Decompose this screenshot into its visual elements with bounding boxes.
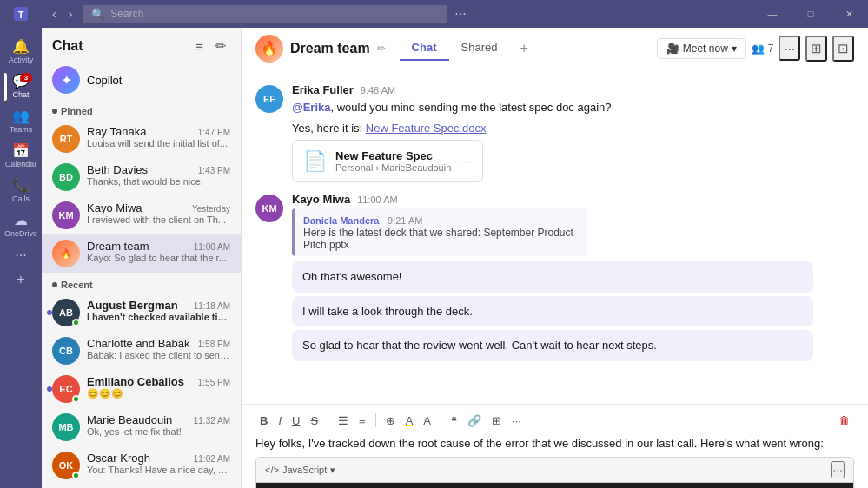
back-button[interactable]: ‹	[47, 5, 62, 23]
underline-button[interactable]: U	[288, 412, 304, 430]
chat-item-name-dream: Dream team	[87, 240, 149, 253]
compose-body[interactable]: Hey folks, I've tracked down the root ca…	[255, 435, 854, 488]
nav-item-chat[interactable]: 💬3Chat	[4, 69, 37, 104]
avatar-beth: BD	[52, 163, 80, 191]
msg-body-2: Kayo Miwa 11:00 AM Daniela Mandera 9:21 …	[292, 193, 854, 361]
chat-item-oscar[interactable]: OK Oscar Krogh 11:02 AM You: Thanks! Hav…	[42, 446, 241, 485]
nav-label-calls: Calls	[12, 195, 30, 203]
nav-badge-chat: 3	[20, 73, 32, 82]
nav-item-calls[interactable]: 📞Calls	[4, 174, 37, 208]
chat-panel-actions: ≡ ✏	[192, 36, 230, 56]
nav-item-onedrive[interactable]: ☁OneDrive	[4, 208, 37, 243]
nav-icon-calls: 📞	[12, 179, 30, 193]
add-tab-button[interactable]: +	[516, 37, 531, 60]
participants-icon: 👥	[752, 43, 765, 55]
window-controls: — □ ✕	[753, 0, 868, 28]
file-more-button-1[interactable]: ···	[462, 155, 472, 168]
toolbar-more-button[interactable]: ···	[507, 412, 526, 430]
nav-item-teams[interactable]: 👥Teams	[4, 104, 37, 139]
nav-more[interactable]: ···	[4, 243, 37, 267]
minimize-button[interactable]: —	[753, 0, 792, 28]
numbering-button[interactable]: ≡	[354, 412, 370, 430]
code-block-wrapper: </> JavaScript ▾ ··· 1 // Fast compile f…	[255, 457, 854, 488]
forward-button[interactable]: ›	[63, 5, 78, 23]
msg-avatar-1: EF	[255, 85, 283, 113]
chat-item-time-emi: 1:55 PM	[198, 378, 230, 387]
section-recent-label: Recent	[42, 273, 241, 293]
quoted-message: Daniela Mandera 9:21 AM Here is the late…	[292, 208, 587, 256]
msg-bubble-text-0: Oh that's awesome!	[302, 268, 803, 286]
msg-sender-2: Kayo Miwa	[292, 193, 350, 206]
file-icon-1: 📄	[303, 150, 327, 173]
bold-button[interactable]: B	[255, 412, 272, 430]
search-bar[interactable]: 🔍	[83, 5, 447, 23]
msg-bubble-2: So glad to hear that the review went wel…	[292, 330, 813, 361]
channel-tabs: ChatShared	[400, 36, 510, 61]
more-options-button[interactable]: ···	[447, 6, 473, 22]
highlight-button[interactable]: A	[401, 412, 418, 430]
italic-button[interactable]: I	[274, 412, 286, 430]
status-oscar	[72, 472, 80, 479]
chat-item-char[interactable]: CB Charlotte and Babak 1:58 PM Babak: I …	[42, 332, 241, 370]
chat-item-header-beth: Beth Davies 1:43 PM	[87, 163, 230, 176]
chat-item-name-aug: August Bergman	[87, 299, 178, 312]
chat-item-ray[interactable]: RT Ray Tanaka 1:47 PM Louisa will send t…	[42, 120, 241, 158]
nav-add[interactable]: +	[4, 267, 37, 292]
chat-item-mkt[interactable]: MT Marketing team sync 10:43 AM Kayo: So…	[42, 485, 241, 488]
fontsize-button[interactable]: A	[419, 412, 435, 430]
chat-item-beth[interactable]: BD Beth Davies 1:43 PM Thanks, that woul…	[42, 158, 241, 196]
msg-avatar-2: KM	[255, 195, 283, 222]
msg-header-2: Kayo Miwa 11:00 AM	[292, 193, 854, 206]
tab-shared[interactable]: Shared	[449, 36, 510, 61]
nav-icon-activity: 🔔	[12, 40, 30, 54]
close-button[interactable]: ✕	[830, 0, 868, 28]
table-button[interactable]: ⊞	[487, 412, 506, 430]
toolbar-separator-1	[328, 413, 328, 427]
status-emi	[72, 395, 80, 403]
insert-button[interactable]: ⊕	[381, 412, 400, 430]
search-icon: 🔍	[91, 8, 105, 21]
meet-now-icon: 🎥	[666, 43, 679, 55]
delete-button[interactable]: 🗑	[834, 412, 854, 430]
nav-item-activity[interactable]: 🔔Activity	[4, 35, 37, 69]
meet-now-chevron: ▾	[732, 43, 737, 55]
nav-item-calendar[interactable]: 📅Calendar	[4, 139, 37, 174]
chat-item-name-marie: Marie Beaudouin	[87, 413, 172, 426]
chat-item-name-ray: Ray Tanaka	[87, 125, 146, 138]
tab-chat[interactable]: Chat	[400, 36, 449, 61]
toolbar-separator-3	[441, 413, 441, 427]
chat-item-content-beth: Beth Davies 1:43 PM Thanks, that would b…	[87, 163, 230, 187]
chat-item-aug[interactable]: AB August Bergman 11:18 AM I haven't che…	[42, 293, 241, 332]
new-chat-button[interactable]: ✏	[212, 36, 230, 56]
channel-edit-icon[interactable]: ✏	[377, 43, 386, 55]
maximize-button[interactable]: □	[792, 0, 830, 28]
copilot-item[interactable]: ✦ Copilot	[42, 61, 241, 99]
file-link[interactable]: New Feature Spec.docx	[366, 122, 487, 135]
chat-item-dream[interactable]: 🔥 Dream team 11:00 AM Kayo: So glad to h…	[42, 234, 241, 273]
quote-button[interactable]: ❝	[447, 412, 461, 430]
status-aug	[72, 319, 80, 326]
search-input[interactable]	[110, 8, 439, 20]
code-more-button[interactable]: ···	[831, 461, 845, 478]
quoted-header: Daniela Mandera 9:21 AM	[303, 214, 579, 227]
chat-item-preview-beth: Thanks, that would be nice.	[87, 176, 230, 187]
quoted-sender: Daniela Mandera	[303, 215, 379, 226]
code-language[interactable]: </> JavaScript ▾	[265, 463, 335, 478]
meet-now-button[interactable]: 🎥 Meet now ▾	[657, 38, 746, 59]
avatar-oscar: OK	[52, 452, 80, 479]
filter-button[interactable]: ≡	[192, 36, 207, 56]
chat-item-emi[interactable]: EC Emiliano Ceballos 1:55 PM 😊😊😊	[42, 370, 241, 408]
compose-toolbar: B I U S ☰ ≡ ⊕ A A ❝ 🔗 ⊞ ··· 🗑	[255, 412, 854, 430]
bullets-button[interactable]: ☰	[334, 412, 353, 430]
screenshare-button[interactable]: ⊞	[805, 36, 827, 62]
nav-label-onedrive: OneDrive	[4, 229, 37, 238]
msg-sender-1: Erika Fuller	[292, 83, 354, 96]
chat-item-kayo[interactable]: KM Kayo Miwa Yesterday I reviewed with t…	[42, 196, 241, 234]
link-button[interactable]: 🔗	[463, 412, 486, 430]
chat-item-marie[interactable]: MB Marie Beaudouin 11:32 AM Ok, yes let …	[42, 408, 241, 446]
nav-label-chat: Chat	[12, 90, 29, 99]
chat-item-preview-char: Babak: I asked the client to send...	[87, 350, 230, 360]
strikethrough-button[interactable]: S	[306, 412, 322, 430]
popout-button[interactable]: ⊡	[832, 36, 854, 62]
channel-more-button[interactable]: ···	[779, 36, 800, 61]
